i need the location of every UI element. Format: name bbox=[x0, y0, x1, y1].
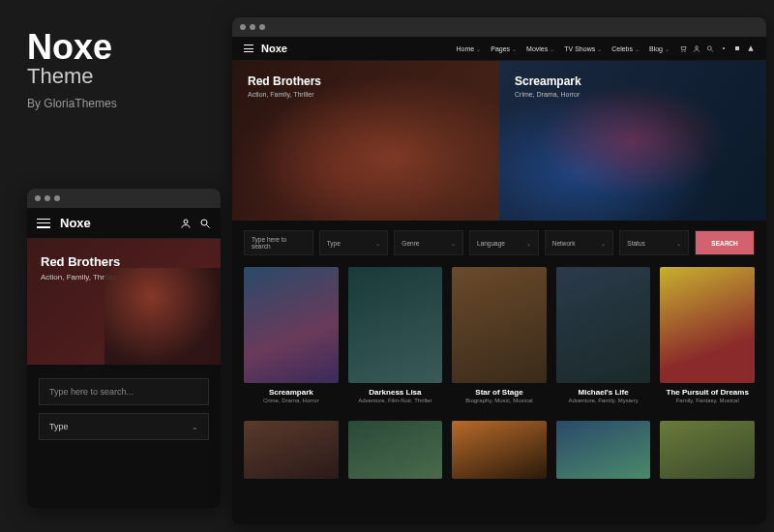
movie-tags: Biography, Music, Musical bbox=[452, 398, 547, 403]
movie-card[interactable]: Darkness LisaAdventure, Film-Noir, Thril… bbox=[348, 267, 443, 403]
chevron-down-icon: ⌄ bbox=[676, 240, 681, 247]
promo-block: Noxe Theme By GloriaThemes bbox=[27, 27, 117, 110]
movie-thumbnail bbox=[556, 267, 651, 383]
menu-icon[interactable] bbox=[37, 219, 50, 228]
nav-tvshows[interactable]: TV Shows⌄ bbox=[564, 45, 602, 52]
mobile-header: Noxe bbox=[27, 208, 221, 239]
hero-title: Screampark bbox=[515, 74, 751, 88]
chevron-down-icon: ⌄ bbox=[550, 45, 554, 52]
hero-row: Red Brothers Action, Family, Thriller Sc… bbox=[232, 61, 766, 221]
social-icon[interactable] bbox=[747, 44, 755, 52]
movie-title: Darkness Lisa bbox=[348, 388, 443, 397]
movie-tags: Adventure, Film-Noir, Thriller bbox=[348, 398, 443, 403]
promo-title: Noxe bbox=[27, 27, 117, 68]
main-nav: Home⌄ Pages⌄ Movies⌄ TV Shows⌄ Celebs⌄ B… bbox=[457, 45, 670, 52]
movie-card[interactable]: Michael's LifeAdventure, Family, Mystery bbox=[556, 267, 651, 403]
svg-line-7 bbox=[711, 49, 713, 51]
movie-thumbnail[interactable] bbox=[452, 421, 547, 479]
movie-thumbnail[interactable] bbox=[556, 421, 651, 479]
menu-icon[interactable] bbox=[244, 44, 253, 52]
promo-byline: By GloriaThemes bbox=[27, 97, 117, 110]
hero-card[interactable]: Screampark Crime, Drama, Horror bbox=[499, 61, 766, 221]
movie-tags: Crime, Drama, Horror bbox=[244, 398, 339, 403]
movie-tags: Adventure, Family, Mystery bbox=[556, 398, 651, 403]
site-logo[interactable]: Noxe bbox=[60, 216, 172, 230]
movie-tags: Family, Fantasy, Musical bbox=[660, 398, 755, 403]
traffic-light-dot bbox=[250, 24, 255, 30]
movie-thumbnail bbox=[660, 267, 755, 383]
chevron-down-icon: ⌄ bbox=[665, 45, 670, 52]
nav-movies[interactable]: Movies⌄ bbox=[526, 45, 554, 52]
chevron-down-icon: ⌄ bbox=[526, 240, 531, 247]
svg-point-1 bbox=[201, 220, 207, 225]
movie-grid-row2 bbox=[232, 415, 766, 479]
svg-point-4 bbox=[685, 50, 686, 51]
chevron-down-icon: ⌄ bbox=[635, 45, 640, 52]
movie-grid: ScreamparkCrime, Drama, HorrorDarkness L… bbox=[232, 265, 766, 415]
filter-language-select[interactable]: Language⌄ bbox=[469, 230, 539, 255]
nav-celebs[interactable]: Celebs⌄ bbox=[611, 45, 640, 52]
traffic-light-dot bbox=[35, 195, 41, 201]
filter-bar: Type here to search Type⌄ Genre⌄ Languag… bbox=[232, 221, 766, 265]
search-icon[interactable] bbox=[706, 44, 714, 52]
header-actions bbox=[679, 44, 755, 52]
hero-image bbox=[104, 268, 221, 365]
svg-point-0 bbox=[184, 220, 188, 223]
movie-card[interactable]: The Pursuit of DreamsFamily, Fantasy, Mu… bbox=[660, 267, 755, 403]
filter-search-input[interactable]: Type here to search bbox=[244, 230, 313, 255]
movie-thumbnail[interactable] bbox=[660, 421, 755, 479]
search-icon[interactable] bbox=[199, 218, 211, 229]
traffic-light-dot bbox=[259, 24, 265, 30]
cart-icon[interactable] bbox=[679, 44, 687, 52]
user-icon[interactable] bbox=[693, 44, 700, 52]
mobile-hero[interactable]: Red Brothers Action, Family, Thriller bbox=[27, 239, 221, 365]
movie-thumbnail bbox=[348, 267, 443, 383]
nav-pages[interactable]: Pages⌄ bbox=[491, 45, 517, 52]
movie-title: The Pursuit of Dreams bbox=[660, 388, 755, 397]
chevron-down-icon: ⌄ bbox=[512, 45, 517, 52]
hero-tags: Crime, Drama, Horror bbox=[515, 91, 751, 98]
traffic-light-dot bbox=[45, 195, 50, 201]
movie-thumbnail bbox=[244, 267, 339, 383]
movie-thumbnail bbox=[452, 267, 547, 383]
svg-line-2 bbox=[207, 224, 210, 227]
search-input[interactable]: Type here to search... bbox=[39, 378, 209, 405]
search-button[interactable]: SEARCH bbox=[695, 230, 755, 255]
traffic-light-dot bbox=[54, 195, 60, 201]
mobile-preview-window: Noxe Red Brothers Action, Family, Thrill… bbox=[27, 189, 221, 508]
site-logo[interactable]: Noxe bbox=[261, 43, 287, 54]
movie-thumbnail[interactable] bbox=[244, 421, 339, 479]
movie-card[interactable]: Star of StageBiography, Music, Musical bbox=[452, 267, 547, 403]
filter-type-select[interactable]: Type⌄ bbox=[319, 230, 389, 255]
filter-label: Type bbox=[49, 422, 69, 431]
nav-home[interactable]: Home⌄ bbox=[457, 45, 482, 52]
hero-card[interactable]: Red Brothers Action, Family, Thriller bbox=[232, 61, 499, 221]
desktop-header: Noxe Home⌄ Pages⌄ Movies⌄ TV Shows⌄ Cele… bbox=[232, 37, 766, 61]
hero-title: Red Brothers bbox=[248, 74, 484, 88]
filter-type-select[interactable]: Type ⌄ bbox=[39, 413, 209, 440]
filter-genre-select[interactable]: Genre⌄ bbox=[394, 230, 463, 255]
svg-point-5 bbox=[696, 45, 699, 48]
social-icon[interactable] bbox=[720, 44, 728, 52]
chevron-down-icon: ⌄ bbox=[375, 240, 380, 247]
svg-point-6 bbox=[707, 45, 711, 49]
movie-thumbnail[interactable] bbox=[348, 421, 443, 479]
hero-tags: Action, Family, Thriller bbox=[248, 91, 484, 98]
movie-title: Screampark bbox=[244, 388, 339, 397]
traffic-light-dot bbox=[240, 24, 246, 30]
user-icon[interactable] bbox=[180, 218, 192, 229]
window-titlebar bbox=[232, 17, 766, 37]
filter-status-select[interactable]: Status⌄ bbox=[619, 230, 689, 255]
svg-rect-9 bbox=[735, 46, 739, 50]
window-titlebar bbox=[27, 189, 221, 208]
chevron-down-icon: ⌄ bbox=[451, 240, 456, 247]
svg-point-3 bbox=[682, 50, 683, 51]
filter-network-select[interactable]: Network⌄ bbox=[545, 230, 614, 255]
movie-title: Michael's Life bbox=[556, 388, 651, 397]
nav-blog[interactable]: Blog⌄ bbox=[649, 45, 670, 52]
chevron-down-icon: ⌄ bbox=[597, 45, 602, 52]
social-icon[interactable] bbox=[733, 44, 741, 52]
movie-card[interactable]: ScreamparkCrime, Drama, Horror bbox=[244, 267, 339, 403]
svg-marker-10 bbox=[748, 45, 753, 50]
movie-title: Star of Stage bbox=[452, 388, 547, 397]
